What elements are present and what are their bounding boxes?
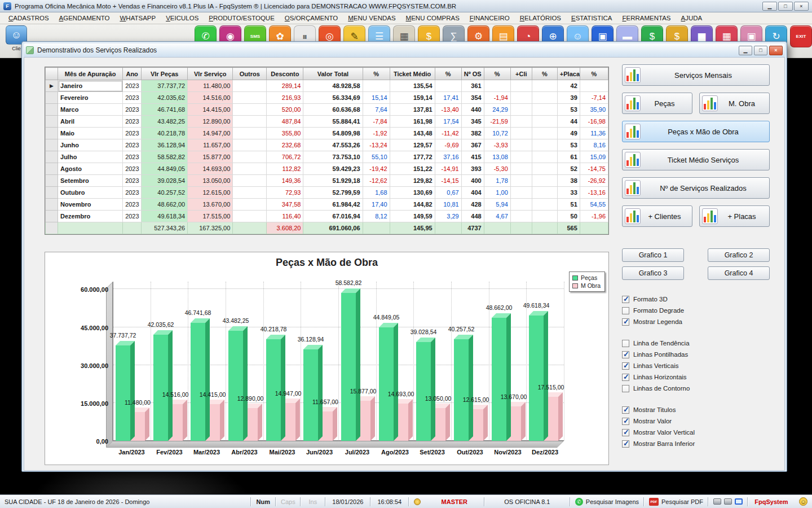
cell-mes[interactable]: Setembro xyxy=(58,175,123,187)
cell-placa[interactable]: 42 xyxy=(557,80,580,92)
cell-total[interactable]: 51.929,18 xyxy=(303,175,363,187)
cell-os[interactable]: 415 xyxy=(461,151,484,163)
cell-mes[interactable]: Junho xyxy=(58,139,123,151)
cell-pct_ticket[interactable]: -9,69 xyxy=(435,139,461,151)
cell-outros[interactable] xyxy=(233,211,267,222)
cell-ano[interactable]: 2023 xyxy=(123,187,142,199)
cell-desconto[interactable]: 355,80 xyxy=(267,128,303,139)
cell-total[interactable]: 47.553,26 xyxy=(303,139,363,151)
column-header-ano[interactable]: Ano xyxy=(123,68,142,80)
cell-outros[interactable] xyxy=(233,116,267,128)
cell-os[interactable]: 404 xyxy=(461,187,484,199)
table-row[interactable]: Julho202358.582,8215.877,00706,7273.753,… xyxy=(46,151,608,163)
cell-desconto[interactable]: 347,58 xyxy=(267,199,303,211)
cell-ticket[interactable]: 135,54 xyxy=(390,80,435,92)
cell-pct_ticket[interactable]: 17,41 xyxy=(435,92,461,104)
cell-outros[interactable] xyxy=(233,175,267,187)
cell-cli[interactable] xyxy=(510,187,532,199)
cell-ano[interactable]: 2023 xyxy=(123,163,142,175)
cell-mes[interactable]: Julho xyxy=(58,151,123,163)
cell-mes[interactable]: Novembro xyxy=(58,199,123,211)
cell-outros[interactable] xyxy=(233,104,267,116)
window-maximize-button[interactable]: □ xyxy=(778,2,793,11)
cell-placa[interactable]: 38 xyxy=(557,175,580,187)
cell-servico[interactable]: 11.480,00 xyxy=(188,80,233,92)
cell-os[interactable]: 400 xyxy=(461,175,484,187)
cell-mes[interactable]: Outubro xyxy=(58,187,123,199)
cell-os[interactable]: 354 xyxy=(461,92,484,104)
column-header-[interactable]: % xyxy=(435,68,461,80)
cell-ticket[interactable]: 161,98 xyxy=(390,116,435,128)
monitor-icon[interactable] xyxy=(735,498,743,505)
cell-pct_total[interactable]: 15,14 xyxy=(363,92,390,104)
cell-outros[interactable] xyxy=(233,80,267,92)
column-header-n-os[interactable]: Nº OS xyxy=(461,68,484,80)
checkbox-mostrar-valor[interactable]: Mostrar Valor xyxy=(622,415,770,427)
cell-desconto[interactable]: 289,14 xyxy=(267,80,303,92)
cell-ticket[interactable]: 149,59 xyxy=(390,211,435,222)
cell-servico[interactable]: 14.947,00 xyxy=(188,128,233,139)
table-row[interactable]: Novembro202348.662,0013.670,00347,5861.9… xyxy=(46,199,608,211)
cell-desconto[interactable]: 216,93 xyxy=(267,92,303,104)
cell-placa[interactable]: 53 xyxy=(557,139,580,151)
cell-servico[interactable]: 14.693,00 xyxy=(188,163,233,175)
cell-outros[interactable] xyxy=(233,139,267,151)
cell-total[interactable]: 73.753,10 xyxy=(303,151,363,163)
cell-os[interactable]: 393 xyxy=(461,163,484,175)
cell-pct_os[interactable]: 5,94 xyxy=(484,199,510,211)
cell-servico[interactable]: 17.515,00 xyxy=(188,211,233,222)
view-button-n-de-servi-os-realizados[interactable]: Nº de Serviços Realizados xyxy=(622,177,770,199)
view-button-placas[interactable]: + Placas xyxy=(699,205,770,227)
cell-cli[interactable] xyxy=(510,128,532,139)
cell-ano[interactable]: 2023 xyxy=(123,139,142,151)
cell-pct_ticket[interactable]: -14,15 xyxy=(435,175,461,187)
cell-pct_os[interactable]: 24,29 xyxy=(484,104,510,116)
cell-pct_os[interactable]: -21,59 xyxy=(484,116,510,128)
dialog-titlebar[interactable]: Demonstrativo dos Serviços Realizados ▁ … xyxy=(24,43,785,57)
menu-item-agendamento[interactable]: AGENDAMENTO xyxy=(54,14,115,23)
cell-cli[interactable] xyxy=(510,116,532,128)
checkbox-mostrar-valor-vertical[interactable]: Mostrar Valor Vertical xyxy=(622,427,770,438)
cell-cli[interactable] xyxy=(510,199,532,211)
view-button-clientes[interactable]: + Clientes xyxy=(622,205,692,227)
cell-pct_cli[interactable] xyxy=(532,80,557,92)
menu-item-ajuda[interactable]: AJUDA xyxy=(676,14,708,23)
search-pdf-button[interactable]: PDF Pesquisar PDF xyxy=(645,495,708,508)
cell-pct_cli[interactable] xyxy=(532,116,557,128)
cell-servico[interactable]: 11.657,00 xyxy=(188,139,233,151)
cell-placa[interactable]: 44 xyxy=(557,116,580,128)
cell-ticket[interactable]: 159,14 xyxy=(390,92,435,104)
cell-ticket[interactable]: 129,57 xyxy=(390,139,435,151)
cell-servico[interactable]: 12.890,00 xyxy=(188,116,233,128)
cell-cli[interactable] xyxy=(510,80,532,92)
cell-pct_ticket[interactable]: 17,54 xyxy=(435,116,461,128)
cell-total[interactable]: 52.799,59 xyxy=(303,187,363,199)
cell-outros[interactable] xyxy=(233,128,267,139)
cell-ano[interactable]: 2023 xyxy=(123,151,142,163)
cell-pct_os[interactable]: -5,30 xyxy=(484,163,510,175)
cell-outros[interactable] xyxy=(233,151,267,163)
cell-ticket[interactable]: 143,48 xyxy=(390,128,435,139)
cell-ano[interactable]: 2023 xyxy=(123,211,142,222)
cell-pct_placa[interactable]: 11,36 xyxy=(580,128,608,139)
cell-total[interactable]: 56.334,69 xyxy=(303,92,363,104)
cell-ticket[interactable]: 129,82 xyxy=(390,175,435,187)
cell-placa[interactable]: 53 xyxy=(557,104,580,116)
checkbox-mostrar-titulos[interactable]: Mostrar Titulos xyxy=(622,404,770,415)
cell-cli[interactable] xyxy=(510,104,532,116)
graph-button-grafico-2[interactable]: Grafico 2 xyxy=(708,248,770,262)
graph-button-grafico-1[interactable]: Grafico 1 xyxy=(622,248,684,262)
cell-ano[interactable]: 2023 xyxy=(123,80,142,92)
checkbox-formato-3d[interactable]: Formato 3D xyxy=(622,294,770,305)
table-row[interactable]: Outubro202340.257,5212.615,0072,9352.799… xyxy=(46,187,608,199)
view-button-servi-os-mensais[interactable]: Serviços Mensais xyxy=(622,64,770,86)
table-row[interactable]: Maio202340.218,7814.947,00355,8054.809,9… xyxy=(46,128,608,139)
column-header-[interactable]: % xyxy=(484,68,510,80)
cell-cli[interactable] xyxy=(510,151,532,163)
table-row[interactable]: Marco202346.741,6814.415,00520,0060.636,… xyxy=(46,104,608,116)
cell-pct_ticket[interactable]: 3,29 xyxy=(435,211,461,222)
cell-pct_placa[interactable]: -26,92 xyxy=(580,175,608,187)
cell-pecas[interactable]: 44.849,05 xyxy=(142,163,188,175)
cell-placa[interactable]: 49 xyxy=(557,128,580,139)
column-header-m-s-de-apura-o[interactable]: Mês de Apuração xyxy=(58,68,123,80)
